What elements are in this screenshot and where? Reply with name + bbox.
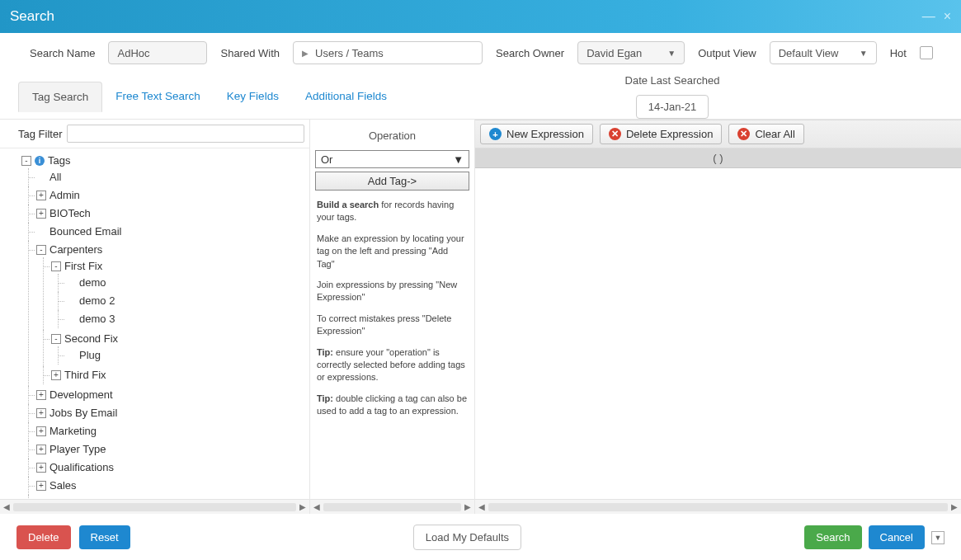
tab-free-text-search[interactable]: Free Text Search <box>102 82 214 111</box>
tree-node-label: Jobs By Email <box>49 406 117 421</box>
tree-node[interactable]: +Jobs By Email <box>36 406 309 421</box>
tree-node-label: Plug <box>79 348 101 363</box>
new-expression-button[interactable]: + New Expression <box>480 124 593 144</box>
expand-icon[interactable]: + <box>36 426 46 436</box>
operation-heading: Operation <box>310 120 474 148</box>
left-horizontal-scrollbar[interactable]: ◀▶ <box>0 499 309 514</box>
tree-node-label: Third Fix <box>64 368 106 383</box>
scroll-left-icon[interactable]: ◀ <box>478 502 485 511</box>
delete-button[interactable]: Delete <box>16 525 71 549</box>
expand-icon[interactable]: + <box>36 481 46 491</box>
tree-node-label: Sales <box>49 478 77 493</box>
tab-tag-search[interactable]: Tag Search <box>18 82 102 112</box>
search-name-input[interactable]: AdHoc <box>108 41 207 64</box>
shared-with-select[interactable]: ▶Users / Teams <box>293 41 483 64</box>
search-owner-select[interactable]: David Egan▼ <box>577 41 685 64</box>
collapse-icon[interactable]: - <box>36 245 46 255</box>
search-button[interactable]: Search <box>804 525 861 549</box>
x-icon: ✕ <box>737 128 750 140</box>
reset-button[interactable]: Reset <box>79 525 130 549</box>
right-horizontal-scrollbar[interactable]: ◀▶ <box>475 499 961 514</box>
info-icon: i <box>35 156 45 166</box>
collapse-icon[interactable]: - <box>21 156 31 166</box>
output-view-select[interactable]: Default View▼ <box>770 41 877 64</box>
clear-all-button[interactable]: ✕ Clear All <box>728 124 803 144</box>
tree-node-label: Second Fix <box>64 332 118 346</box>
tree-node[interactable]: Sales Manager <box>36 496 309 499</box>
scroll-right-icon[interactable]: ▶ <box>299 502 306 511</box>
delete-expression-button[interactable]: ✕ Delete Expression <box>600 124 723 144</box>
date-last-searched-label: Date Last Searched <box>625 74 720 87</box>
operation-hints: Build a search for records having your t… <box>310 191 474 434</box>
expand-icon[interactable]: + <box>36 445 46 454</box>
tree-node-label: demo <box>79 275 106 290</box>
tree-node[interactable]: +Player Type <box>36 442 309 457</box>
expression-row[interactable]: ( ) <box>475 148 961 168</box>
tree-node[interactable]: -Second Fix <box>51 332 309 346</box>
tree-root[interactable]: -iTags <box>21 153 309 168</box>
add-tag-button[interactable]: Add Tag-> <box>315 172 469 191</box>
expand-icon[interactable]: + <box>36 408 46 418</box>
minimize-icon[interactable]: — <box>922 9 935 24</box>
footer: Delete Reset Load My Defaults Search Can… <box>0 514 961 560</box>
expand-icon[interactable]: + <box>36 463 46 473</box>
tab-key-fields[interactable]: Key Fields <box>214 82 292 111</box>
tree-node[interactable]: +Admin <box>36 188 309 203</box>
tab-additional-fields[interactable]: Additional Fields <box>292 82 400 111</box>
tree-node[interactable]: +BIOTech <box>36 206 309 221</box>
tree-node[interactable]: +Development <box>36 388 309 402</box>
scroll-left-icon[interactable]: ◀ <box>3 502 10 511</box>
scroll-right-icon[interactable]: ▶ <box>464 502 471 511</box>
output-view-label: Output View <box>698 47 756 59</box>
tree-node[interactable]: -Carpenters <box>36 242 309 257</box>
x-icon: ✕ <box>609 128 621 140</box>
chevron-down-icon: ▼ <box>667 49 676 58</box>
tree-node[interactable]: -First Fix <box>51 259 309 274</box>
cancel-button[interactable]: Cancel <box>869 525 925 549</box>
expand-icon[interactable]: + <box>36 390 46 400</box>
tree-node-label: All <box>49 170 61 185</box>
load-defaults-button[interactable]: Load My Defaults <box>413 525 521 550</box>
tag-tree[interactable]: -iTagsAll+Admin+BIOTechBounced Email-Car… <box>3 152 309 499</box>
tree-node-label: Bounced Email <box>49 224 121 239</box>
tree-node-label: Qualifications <box>49 460 114 475</box>
expand-icon[interactable]: + <box>36 209 46 219</box>
tree-node[interactable]: +Sales <box>36 478 309 493</box>
tree-node-label: Development <box>49 388 113 402</box>
search-name-label: Search Name <box>30 47 95 59</box>
chevron-down-icon: ▼ <box>453 153 464 166</box>
expression-body <box>475 168 961 499</box>
middle-horizontal-scrollbar[interactable]: ◀▶ <box>310 499 474 514</box>
tree-node[interactable]: +Third Fix <box>51 368 309 383</box>
cancel-dropdown-icon[interactable]: ▼ <box>931 531 945 544</box>
tree-node[interactable]: demo <box>66 275 309 290</box>
tree-node[interactable]: All <box>36 170 309 185</box>
plus-icon: + <box>489 128 502 140</box>
close-icon[interactable]: × <box>944 9 951 24</box>
tree-node-label: First Fix <box>64 259 102 274</box>
tree-node-label: demo 3 <box>79 312 115 327</box>
window-title: Search <box>10 8 54 25</box>
tree-node[interactable]: demo 2 <box>66 294 309 308</box>
operation-select[interactable]: Or ▼ <box>315 150 469 168</box>
tree-node-label: Admin <box>49 188 80 203</box>
tree-node[interactable]: +Qualifications <box>36 460 309 475</box>
tree-node[interactable]: Plug <box>66 348 309 363</box>
expand-icon[interactable]: + <box>51 370 61 380</box>
tree-node-label: Carpenters <box>49 242 102 257</box>
collapse-icon[interactable]: - <box>51 334 61 344</box>
scroll-right-icon[interactable]: ▶ <box>951 502 958 511</box>
hot-checkbox[interactable] <box>920 46 933 59</box>
title-bar: Search — × <box>0 0 961 33</box>
tree-node-label: Tags <box>48 153 70 168</box>
expand-icon[interactable]: + <box>36 191 46 200</box>
collapse-icon[interactable]: - <box>51 261 61 271</box>
tree-node-label: demo 2 <box>79 294 115 308</box>
tag-filter-input[interactable] <box>67 125 304 143</box>
tree-node[interactable]: Bounced Email <box>36 224 309 239</box>
expression-toolbar: + New Expression ✕ Delete Expression ✕ C… <box>475 120 961 148</box>
scroll-left-icon[interactable]: ◀ <box>313 502 320 511</box>
tree-node[interactable]: demo 3 <box>66 312 309 327</box>
tree-node-label: BIOTech <box>49 206 91 221</box>
tree-node[interactable]: +Marketing <box>36 424 309 439</box>
